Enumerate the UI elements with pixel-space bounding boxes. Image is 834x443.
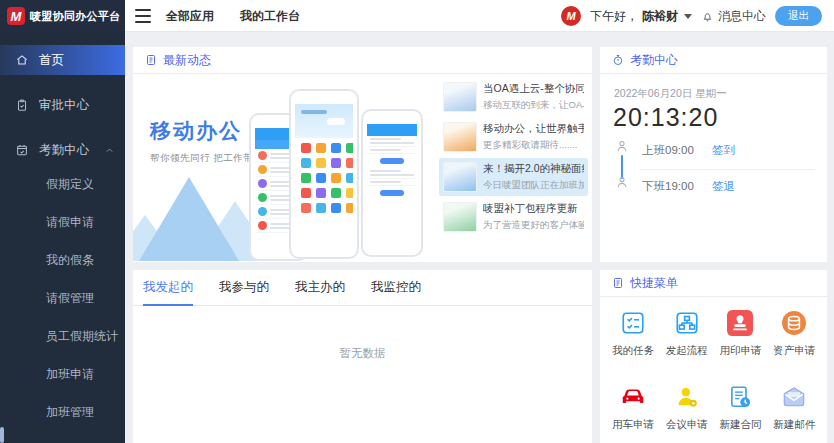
tab-participated-by-me[interactable]: 我参与的	[219, 270, 269, 306]
sidebar-scrollbar[interactable]	[0, 427, 4, 443]
bell-icon	[701, 10, 714, 23]
news-banner[interactable]: 移动办公 帮你领先同行 把工作带出办公室	[133, 75, 437, 261]
meeting-icon	[674, 384, 700, 410]
greeting-text: 下午好，	[590, 8, 638, 25]
stamp-icon	[727, 310, 753, 336]
sidebar-item-label: 首页	[39, 52, 64, 69]
attendance-panel: 考勤中心 2022年06月20日 星期一 20:13:20 上班09:00 签到…	[600, 47, 827, 262]
logout-button[interactable]: 退出	[775, 6, 822, 26]
check-out-link[interactable]: 签退	[712, 179, 735, 194]
check-in-link[interactable]: 签到	[712, 143, 735, 158]
home-icon	[15, 53, 29, 67]
shift-end-label: 下班19:00	[642, 179, 694, 194]
quick-item-new-contract[interactable]: 新建合同	[714, 384, 768, 432]
quick-item-asset-request[interactable]: 资产申请	[767, 310, 821, 358]
news-title: 唛盟补丁包程序更新	[483, 202, 584, 216]
tasks-tabs: 我发起的 我参与的 我主办的 我监控的	[133, 270, 592, 306]
logo-icon: M	[7, 7, 25, 25]
tasks-icon	[620, 310, 646, 336]
contract-icon	[727, 384, 753, 410]
sidebar-subitem-overtime-request[interactable]: 加班申请	[46, 364, 94, 384]
divider	[640, 169, 815, 170]
quick-menu-grid: 我的任务 用印申请 发起流程 用印申请 资产申请 用车申请 会议申请	[606, 310, 821, 432]
news-title: 当OA遇上云-整个协同OA	[483, 82, 584, 96]
message-center-label: 消息中心	[718, 8, 766, 25]
attendance-clock: 20:13:20	[613, 103, 718, 132]
username: 陈裕财	[642, 8, 678, 25]
sidebar: 首页 审批中心 考勤中心 假期定义 请假申请 我的假条 请假管理 员工假期统计 …	[0, 32, 125, 443]
quick-item-meeting-request[interactable]: 会议申请	[660, 384, 714, 432]
news-list: 当OA遇上云-整个协同OA 移动互联的到来，让OA与云 移动办公，让世界触手可 …	[439, 78, 588, 238]
empty-state-text: 暂无数据	[133, 346, 592, 361]
sidebar-subitem-leave-management[interactable]: 请假管理	[46, 288, 94, 308]
chevron-down-icon	[684, 14, 692, 19]
latest-news-panel: 最新动态 移动办公 帮你领先同行 把工作带出办公室	[133, 47, 592, 262]
attendance-date: 2022年06月20日 星期一	[614, 87, 727, 101]
tab-monitored-by-me[interactable]: 我监控的	[371, 270, 421, 306]
document-icon	[612, 277, 624, 289]
clipboard-icon	[15, 98, 29, 112]
sidebar-item-label: 考勤中心	[39, 142, 89, 159]
quick-item-label: 我的任务	[612, 344, 654, 358]
news-desc: 更多精彩敬请期待.......	[483, 139, 584, 152]
sidebar-subitem-overtime-management[interactable]: 加班管理	[46, 402, 94, 422]
news-title: 移动办公，让世界触手可	[483, 122, 584, 136]
logo-area: M 唛盟协同办公平台	[0, 0, 125, 32]
top-header: M 唛盟协同办公平台 全部应用 我的工作台 M 下午好，陈裕财 消息中心 退出	[0, 0, 834, 32]
quick-item-start-flow[interactable]: 用印申请 发起流程	[660, 310, 714, 358]
page: M 唛盟协同办公平台 全部应用 我的工作台 M 下午好，陈裕财 消息中心 退出 …	[0, 0, 834, 443]
tab-hosted-by-me[interactable]: 我主办的	[295, 270, 345, 306]
message-center-button[interactable]: 消息中心	[701, 8, 766, 25]
sidebar-subitem-holiday-definition[interactable]: 假期定义	[46, 174, 94, 194]
user-menu[interactable]: 下午好，陈裕财	[590, 8, 692, 25]
news-thumbnail	[443, 202, 477, 232]
quick-item-label: 用印申请	[719, 344, 761, 358]
news-item-selected[interactable]: 来！揭开2.0的神秘面纱~ 今日唛盟团队正在加班加点，	[439, 158, 588, 196]
panel-title: 快捷菜单	[630, 275, 678, 292]
quick-item-label: 新建邮件	[773, 418, 815, 432]
sidebar-item-attendance-center[interactable]: 考勤中心	[0, 135, 125, 165]
document-icon	[145, 54, 157, 66]
news-item[interactable]: 唛盟补丁包程序更新 为了营造更好的客户体验，唛	[439, 198, 588, 236]
news-thumbnail	[443, 122, 477, 152]
shift-start-label: 上班09:00	[642, 143, 694, 158]
news-thumbnail	[443, 82, 477, 112]
news-item[interactable]: 移动办公，让世界触手可 更多精彩敬请期待.......	[439, 118, 588, 156]
quick-item-new-mail[interactable]: 新建邮件	[767, 384, 821, 432]
sidebar-subitem-employee-holiday-stats[interactable]: 员工假期统计	[46, 326, 118, 346]
person-icon	[615, 139, 629, 154]
quick-item-label: 用车申请	[612, 418, 654, 432]
latest-news-header: 最新动态	[133, 47, 592, 74]
panel-title: 考勤中心	[630, 52, 678, 69]
quick-item-label: 会议申请	[666, 418, 708, 432]
sidebar-subitem-my-leave-slips[interactable]: 我的假条	[46, 250, 94, 270]
sidebar-subitem-leave-request[interactable]: 请假申请	[46, 212, 94, 232]
app-title: 唛盟协同办公平台	[30, 9, 120, 24]
quick-item-label: 资产申请	[773, 344, 815, 358]
banner-title: 移动办公	[150, 117, 242, 145]
top-nav: 全部应用 我的工作台	[166, 0, 300, 32]
quick-menu-header: 快捷菜单	[600, 270, 827, 297]
assets-icon	[781, 310, 807, 336]
quick-item-seal-request[interactable]: 用印申请	[714, 310, 768, 358]
quick-item-label: 发起流程	[666, 344, 708, 358]
tab-initiated-by-me[interactable]: 我发起的	[143, 270, 193, 306]
person-icon	[615, 175, 629, 190]
user-avatar[interactable]: M	[561, 6, 581, 26]
header-right: M 下午好，陈裕财 消息中心 退出	[561, 0, 822, 32]
phone-mockup	[289, 89, 359, 259]
quick-item-vehicle-request[interactable]: 用车申请	[606, 384, 660, 432]
sidebar-item-home[interactable]: 首页	[0, 45, 125, 75]
menu-toggle-icon[interactable]	[135, 9, 151, 23]
attendance-header: 考勤中心	[600, 47, 827, 74]
news-item[interactable]: 当OA遇上云-整个协同OA 移动互联的到来，让OA与云	[439, 78, 588, 116]
car-icon	[620, 384, 646, 410]
phone-mockup	[361, 109, 423, 257]
sidebar-item-approval-center[interactable]: 审批中心	[0, 90, 125, 120]
quick-menu-panel: 快捷菜单 我的任务 用印申请 发起流程 用印申请 资产申请 用车申请	[600, 270, 827, 443]
chevron-up-icon	[105, 146, 114, 155]
stopwatch-icon	[612, 54, 624, 66]
quick-item-my-tasks[interactable]: 我的任务	[606, 310, 660, 358]
nav-my-workspace[interactable]: 我的工作台	[240, 8, 300, 25]
nav-all-apps[interactable]: 全部应用	[166, 8, 214, 25]
